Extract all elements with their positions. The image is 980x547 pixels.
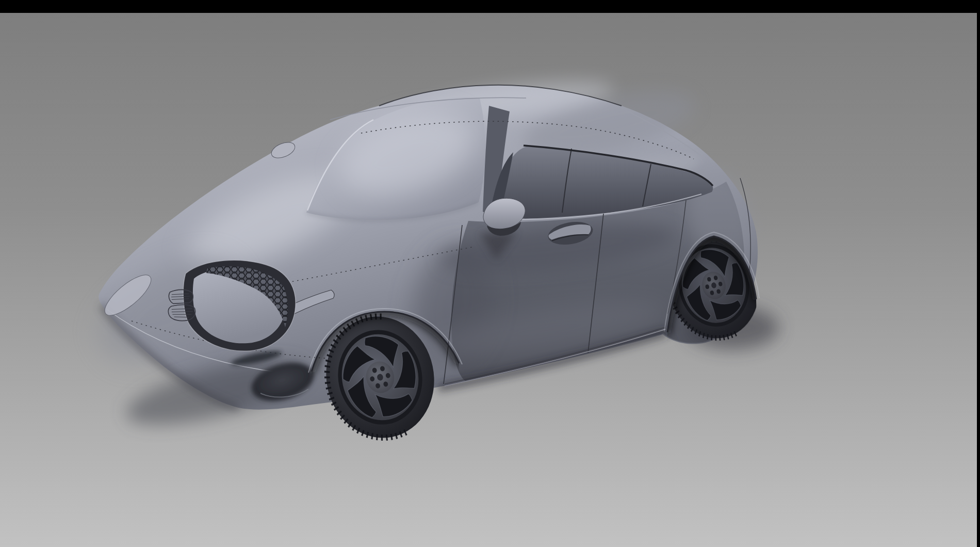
right-letterbox-bar [977,0,980,547]
app-window: Gray clay 3D render of a SEAT concept ha… [0,0,980,547]
windshield [306,98,485,220]
car-model [83,73,779,448]
3d-viewport[interactable]: Gray clay 3D render of a SEAT concept ha… [0,0,980,547]
top-letterbox-bar [0,0,980,13]
car-model-render: Gray clay 3D render of a SEAT concept ha… [0,0,980,547]
